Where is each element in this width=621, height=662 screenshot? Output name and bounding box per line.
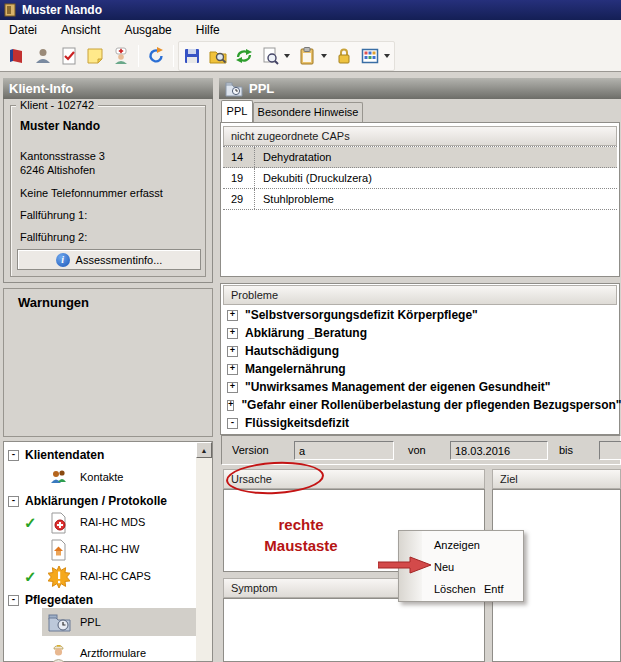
annotation-text: rechte Maustaste <box>244 514 358 556</box>
symptom-grid[interactable] <box>223 598 485 662</box>
warnungen-panel: Warnungen <box>3 288 213 437</box>
version-input[interactable] <box>294 441 394 460</box>
tab-besondere-hinweise[interactable]: Besondere Hinweise <box>253 102 363 122</box>
menu-item-loeschen[interactable]: Löschen Entf <box>422 579 523 600</box>
print-preview-icon[interactable] <box>257 43 283 69</box>
menu-item-neu[interactable]: Neu <box>422 557 523 578</box>
klient-street: Kantonsstrasse 3 <box>20 150 105 162</box>
info-icon <box>56 253 70 267</box>
problem-row[interactable]: Hautschädigung <box>223 342 617 360</box>
problem-row[interactable]: Abklärung _Beratung <box>223 324 617 342</box>
titlebar: Muster Nando <box>0 0 621 20</box>
tasks-icon[interactable] <box>56 43 82 69</box>
klient-name: Muster Nando <box>20 119 100 133</box>
tree-item-arztformulare[interactable]: Arztformulare <box>4 640 196 662</box>
note-icon[interactable] <box>82 43 108 69</box>
client-icon[interactable] <box>30 43 56 69</box>
tree-item-ppl[interactable]: PPL <box>4 608 196 636</box>
probleme-list: "Selbstversorgungsdefizit Körperpflege" … <box>223 306 617 432</box>
caps-row[interactable]: 29 Stuhlprobleme <box>223 189 617 210</box>
tree-item-kontakte[interactable]: Kontakte <box>4 464 196 492</box>
chevron-down-icon[interactable] <box>321 54 327 58</box>
tree-section-abklaerungen[interactable]: Abklärungen / Protokolle <box>8 494 167 508</box>
problem-row[interactable]: "Unwirksames Management der eigenen Gesu… <box>223 378 617 396</box>
tree-item-rai-hc-hw[interactable]: RAI-HC HW <box>4 536 196 563</box>
tree-item-label: RAI-HC HW <box>80 543 139 555</box>
menu-item-label: Löschen <box>434 583 476 595</box>
problem-label: "Gefahr einer Rollenüberbelastung der pf… <box>241 398 621 412</box>
problem-row[interactable]: "Selbstversorgungsdefizit Körperpflege" <box>223 306 617 324</box>
von-label: von <box>408 444 426 456</box>
sync-icon[interactable] <box>143 43 169 69</box>
problem-row[interactable]: Mangelernährung <box>223 360 617 378</box>
problem-row[interactable]: Flüssigkeitsdefizit <box>223 414 617 432</box>
tree-item-rai-hc-mds[interactable]: RAI-HC MDS <box>4 509 196 536</box>
contacts-icon <box>48 467 70 491</box>
chevron-down-icon[interactable] <box>284 54 290 58</box>
warnungen-title: Warnungen <box>4 289 212 310</box>
problem-label: Flüssigkeitsdefizit <box>245 416 349 430</box>
problem-label: "Unwirksames Management der eigenen Gesu… <box>245 380 550 394</box>
document-medical-icon <box>48 512 70 536</box>
chevron-down-icon[interactable] <box>384 54 390 58</box>
tree-section-klientendaten[interactable]: Klientendaten <box>8 448 104 462</box>
klient-city: 6246 Altishofen <box>20 164 95 176</box>
fallfuehrung-2-label: Fallführung 2: <box>20 231 87 243</box>
collapse-icon[interactable] <box>8 595 19 606</box>
caps-label: Stuhlprobleme <box>255 193 334 205</box>
menu-item-label: Neu <box>434 561 454 573</box>
nurse-icon[interactable] <box>108 43 134 69</box>
caps-row[interactable]: 14 Dehydratation <box>223 147 617 168</box>
tree-item-rai-hc-caps[interactable]: RAI-HC CAPS <box>4 563 196 590</box>
tab-ppl[interactable]: PPL <box>221 100 253 122</box>
bis-label: bis <box>559 444 573 456</box>
menu-hilfe[interactable]: Hilfe <box>196 23 220 37</box>
caps-number: 19 <box>223 168 255 188</box>
exit-icon[interactable] <box>4 43 30 69</box>
scroll-up-icon[interactable] <box>196 442 212 458</box>
tree-item-label: RAI-HC MDS <box>80 516 145 528</box>
tree-section-pflegedaten[interactable]: Pflegedaten <box>8 593 93 607</box>
collapse-icon[interactable] <box>227 418 238 429</box>
assessmentinfo-button[interactable]: Assessmentinfo... <box>17 249 201 270</box>
version-label: Version <box>232 444 269 456</box>
annotation-line: rechte <box>244 514 358 535</box>
save-icon[interactable] <box>179 43 205 69</box>
menu-datei[interactable]: Datei <box>9 23 37 37</box>
bis-date-input[interactable] <box>599 441 621 460</box>
menu-item-anzeigen[interactable]: Anzeigen <box>422 535 523 556</box>
menu-ansicht[interactable]: Ansicht <box>61 23 100 37</box>
problem-label: Mangelernährung <box>245 362 346 376</box>
menu-ausgabe[interactable]: Ausgabe <box>124 23 171 37</box>
phone-note: Keine Telefonnummer erfasst <box>20 187 163 199</box>
archive-search-icon[interactable] <box>205 43 231 69</box>
expand-icon[interactable] <box>227 346 238 357</box>
clipboard-icon[interactable] <box>294 43 320 69</box>
collapse-icon[interactable] <box>8 496 19 507</box>
caps-list: 14 Dehydratation 19 Dekubiti (Druckulzer… <box>223 146 617 210</box>
toolbar-separator <box>173 45 174 67</box>
expand-icon[interactable] <box>227 328 238 339</box>
menubar: Datei Ansicht Ausgabe Hilfe <box>0 20 621 40</box>
expand-icon[interactable] <box>227 364 238 375</box>
problem-row[interactable]: "Gefahr einer Rollenüberbelastung der pf… <box>223 396 617 414</box>
refresh-icon[interactable] <box>231 43 257 69</box>
caps-row[interactable]: 19 Dekubiti (Druckulzera) <box>223 168 617 189</box>
collapse-icon[interactable] <box>8 450 19 461</box>
grid-icon[interactable] <box>357 43 383 69</box>
klient-number: Klient - 102742 <box>16 99 98 111</box>
problem-label: Abklärung _Beratung <box>245 326 367 340</box>
tree-item-label: Arztformulare <box>80 647 146 659</box>
lock-icon[interactable] <box>331 43 357 69</box>
tree-scrollbar[interactable] <box>196 442 212 661</box>
expand-icon[interactable] <box>227 310 238 321</box>
application-window: Muster Nando Datei Ansicht Ausgabe Hilfe <box>0 0 621 662</box>
von-date-input[interactable] <box>450 441 548 460</box>
problem-label: "Selbstversorgungsdefizit Körperpflege" <box>245 308 478 322</box>
tree-item-label: RAI-HC CAPS <box>80 570 151 582</box>
expand-icon[interactable] <box>227 400 234 411</box>
expand-icon[interactable] <box>227 382 238 393</box>
caps-number: 14 <box>223 147 255 167</box>
toolbar-separator <box>138 45 139 67</box>
caps-label: Dekubiti (Druckulzera) <box>255 172 372 184</box>
